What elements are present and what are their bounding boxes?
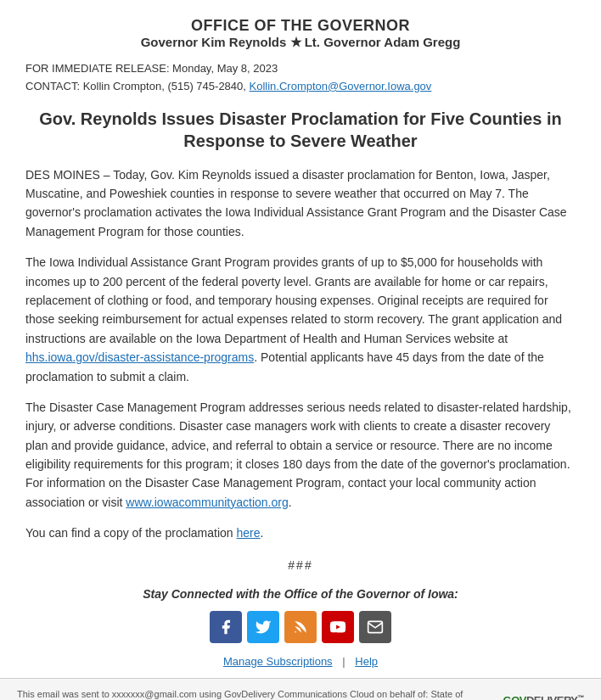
svg-point-0 [295, 631, 296, 633]
article-title: Gov. Reynolds Issues Disaster Proclamati… [25, 108, 576, 152]
links-divider: | [342, 655, 345, 668]
paragraph-1: DES MOINES – Today, Gov. Kim Reynolds is… [25, 165, 576, 242]
paragraph-2: The Iowa Individual Assistance Grant Pro… [25, 253, 576, 386]
header-subtitle: Governor Kim Reynolds ★ Lt. Governor Ada… [25, 35, 576, 50]
paragraph-4-text-after: . [261, 526, 264, 540]
stay-connected-section: Stay Connected with the Office of the Go… [25, 587, 576, 668]
governor-name: Governor Kim Reynolds [141, 35, 287, 49]
lt-governor-name: Lt. Governor Adam Gregg [305, 35, 461, 49]
contact-name: Kollin Crompton, [83, 80, 165, 92]
rss-icon[interactable] [284, 611, 317, 643]
govdelivery-logo: GOVDELIVERY™ [503, 694, 584, 700]
bottom-footer-text: This email was sent to xxxxxxx@gmail.com… [17, 687, 475, 700]
paragraph-3-text-after: . [289, 496, 292, 509]
bottom-footer: This email was sent to xxxxxxx@gmail.com… [0, 679, 601, 700]
iowa-community-action-link[interactable]: www.iowacommunityaction.org [126, 496, 288, 509]
paragraph-2-text-before: The Iowa Individual Assistance Grant Pro… [25, 255, 562, 345]
separator: ### [25, 558, 576, 572]
paragraph-3: The Disaster Case Management Program add… [25, 398, 576, 512]
contact-label: CONTACT: [25, 80, 80, 92]
manage-subscriptions-link[interactable]: Manage Subscriptions [223, 655, 333, 668]
hhs-link[interactable]: hhs.iowa.gov/disaster-assistance-program… [25, 350, 254, 364]
paragraph-3-text-before: The Disaster Case Management Program add… [25, 400, 571, 509]
contact-email-link[interactable]: Kollin.Crompton@Governor.Iowa.gov [250, 80, 432, 92]
header-title: OFFICE OF THE GOVERNOR [25, 17, 576, 35]
star-separator: ★ [290, 35, 301, 49]
header: OFFICE OF THE GOVERNOR Governor Kim Reyn… [25, 17, 576, 50]
stay-connected-label: Stay Connected with the Office of the Go… [25, 587, 576, 601]
release-date: FOR IMMEDIATE RELEASE: Monday, May 8, 20… [25, 60, 576, 78]
proclamation-link[interactable]: here [237, 526, 261, 540]
paragraph-4-text-before: You can find a copy of the proclamation [25, 526, 237, 540]
facebook-icon[interactable] [210, 611, 242, 643]
paragraph-4: You can find a copy of the proclamation … [25, 524, 576, 542]
contact-phone: (515) 745-2840, [167, 80, 246, 92]
youtube-icon[interactable] [322, 611, 354, 643]
trademark: ™ [578, 694, 585, 700]
social-icons-row [25, 611, 576, 643]
gov-text: GOV [503, 695, 526, 700]
contact-info: CONTACT: Kollin Crompton, (515) 745-2840… [25, 78, 576, 96]
meta-info: FOR IMMEDIATE RELEASE: Monday, May 8, 20… [25, 60, 576, 96]
help-link[interactable]: Help [355, 655, 378, 668]
delivery-text: DELIVERY [526, 695, 578, 700]
twitter-icon[interactable] [247, 611, 279, 643]
email-icon[interactable] [359, 611, 391, 643]
footer-links: Manage Subscriptions | Help [25, 655, 576, 668]
